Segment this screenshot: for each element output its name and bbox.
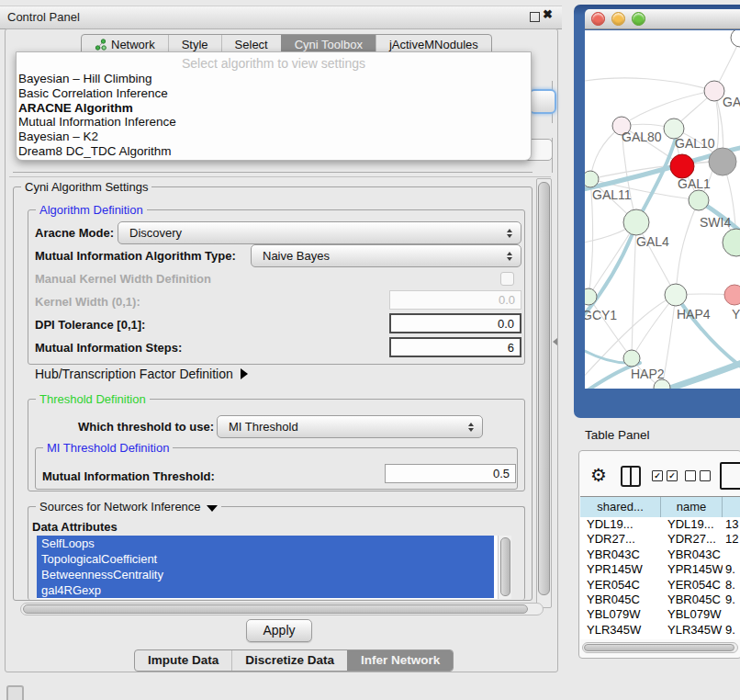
manual-kernel-width-checkbox[interactable] <box>500 272 514 286</box>
mac-minimize-icon[interactable] <box>611 12 625 26</box>
node-salmon[interactable] <box>724 285 740 305</box>
column-header-clipped[interactable] <box>723 497 740 517</box>
network-edge[interactable] <box>585 78 714 91</box>
table-header[interactable]: shared...name <box>580 496 740 518</box>
table-cell <box>723 607 740 622</box>
attribute-item-betweennesscentrality[interactable]: BetweennessCentrality <box>37 567 494 582</box>
attribute-item-selfloops[interactable]: SelfLoops <box>37 536 494 551</box>
node-swi4-big[interactable] <box>723 229 740 256</box>
float-window-icon[interactable] <box>530 12 540 22</box>
network-window-titlebar[interactable] <box>585 9 740 29</box>
stepper-arrows-icon <box>507 252 521 261</box>
table-cell: YBR045C <box>661 593 723 607</box>
settings-horizontal-scrollbar-thumb[interactable] <box>23 604 528 614</box>
settings-horizontal-scrollbar[interactable] <box>20 603 544 615</box>
manual-kernel-width-label: Manual Kernel Width Definition <box>35 272 211 286</box>
algorithm-dropdown-popup: Select algorithm to view settings Bayesi… <box>16 51 532 161</box>
mac-close-icon[interactable] <box>591 12 605 26</box>
node-gal-partial[interactable] <box>704 81 724 101</box>
node-gal11[interactable] <box>585 171 599 187</box>
network-edge[interactable] <box>662 361 740 389</box>
table-cell: 12 <box>723 532 740 547</box>
which-threshold-select[interactable]: MI Threshold <box>217 415 483 438</box>
table-row[interactable]: YER054CYER054C8. <box>580 578 740 593</box>
node-label-gal11: GAL11 <box>592 187 632 202</box>
dpi-tolerance-input[interactable] <box>389 313 521 333</box>
table-row[interactable]: YDL19...YDL19...13 <box>580 517 740 532</box>
algorithm-option-basic-correlation-inference[interactable]: Basic Correlation Inference <box>17 86 531 101</box>
new-table-icon[interactable] <box>720 462 740 490</box>
algorithm-option-bayesian-k2[interactable]: Bayesian – K2 <box>17 130 531 144</box>
hub-transcription-factor-section[interactable]: Hub/Transcription Factor Definition <box>35 367 248 381</box>
node-label-gal4: GAL4 <box>636 234 669 249</box>
settings-vertical-scrollbar[interactable] <box>536 178 552 608</box>
algorithm-option-aracne-algorithm[interactable]: ARACNE Algorithm <box>17 101 531 116</box>
attribute-item-topologicalcoefficient[interactable]: TopologicalCoefficient <box>37 551 494 567</box>
table-row[interactable]: YPR145WYPR145W9. <box>580 562 740 577</box>
attribute-item-gal4rgexp[interactable]: gal4RGexp <box>37 582 494 598</box>
mi-algorithm-type-label: Mutual Information Algorithm Type: <box>35 249 236 263</box>
focused-combo-fragment[interactable] <box>529 89 556 114</box>
minimized-panel-icon[interactable] <box>6 685 24 700</box>
node-gcy1[interactable] <box>585 288 597 305</box>
expand-arrow-icon[interactable] <box>241 368 248 379</box>
node-label-swi4: SWI4 <box>700 215 731 230</box>
which-threshold-label: Which threshold to use: <box>78 420 214 434</box>
node-top-right[interactable] <box>731 30 740 47</box>
attributes-list-scrollbar-thumb[interactable] <box>500 537 510 596</box>
mi-algorithm-type-value: Naive Bayes <box>263 249 330 263</box>
algorithm-definition-title: Algorithm Definition <box>36 203 147 217</box>
node-label-y: Y <box>732 307 740 322</box>
aracne-mode-value: Discovery <box>129 226 182 240</box>
tab-impute-data[interactable]: Impute Data <box>135 650 231 671</box>
algorithm-option-dream8-dc-tdc-algorithm[interactable]: Dream8 DC_TDC Algorithm <box>17 144 531 159</box>
algorithm-option-bayesian-hill-climbing[interactable]: Bayesian – Hill Climbing <box>17 72 531 86</box>
table-row[interactable]: YBR045CYBR045C9. <box>580 593 740 607</box>
mi-threshold-input[interactable] <box>385 464 516 483</box>
node-hap4[interactable] <box>665 284 687 306</box>
mi-steps-input[interactable] <box>389 337 521 357</box>
table-row[interactable]: YBR043CYBR043C <box>580 548 740 562</box>
table-horizontal-scrollbar-thumb[interactable] <box>584 644 734 651</box>
node-red[interactable] <box>670 154 694 178</box>
table-cell: YLR345W <box>580 623 661 638</box>
kernel-width-input[interactable] <box>389 290 521 310</box>
settings-vertical-scrollbar-thumb[interactable] <box>538 182 550 595</box>
data-attributes-list[interactable]: SelfLoopsTopologicalCoefficientBetweenne… <box>37 536 511 599</box>
apply-button[interactable]: Apply <box>246 619 312 642</box>
mac-zoom-icon[interactable] <box>632 12 645 26</box>
select-all-checkboxes-icon[interactable]: ✓✓ <box>652 470 678 481</box>
algorithm-option-mutual-information-inference[interactable]: Mutual Information Inference <box>17 115 531 130</box>
close-window-icon[interactable]: ✖ <box>543 7 553 21</box>
attributes-list-scrollbar[interactable] <box>498 536 511 599</box>
network-edge[interactable] <box>676 200 699 295</box>
table-row[interactable]: YDR27...YDR27...12 <box>580 532 740 547</box>
tab-infer-network[interactable]: Infer Network <box>347 650 453 671</box>
node-gray[interactable] <box>709 148 736 175</box>
which-threshold-value: MI Threshold <box>229 420 298 434</box>
collapse-arrow-icon[interactable] <box>207 505 218 512</box>
network-edge[interactable] <box>585 348 627 363</box>
node-gal1[interactable] <box>689 190 709 210</box>
node-hap2[interactable] <box>623 350 640 367</box>
split-pane-collapse-icon[interactable] <box>553 338 557 345</box>
column-header-shared...[interactable]: shared... <box>580 497 661 517</box>
table-panel-title: Table Panel <box>585 428 650 442</box>
aracne-mode-select[interactable]: Discovery <box>118 221 521 244</box>
table-horizontal-scrollbar[interactable] <box>582 642 738 653</box>
mi-algorithm-type-select[interactable]: Naive Bayes <box>251 244 521 267</box>
node-gal4[interactable] <box>623 209 649 235</box>
node-label-hap2: HAP2 <box>631 367 665 381</box>
column-header-name[interactable]: name <box>661 497 723 517</box>
network-canvas[interactable]: GALGAL80GAL10GAL1GAL11SWI4GAL4GCY1HAP4YH… <box>585 30 740 389</box>
tab-discretize-data[interactable]: Discretize Data <box>231 650 347 671</box>
network-graph[interactable]: GALGAL80GAL10GAL1GAL11SWI4GAL4GCY1HAP4YH… <box>585 30 740 389</box>
split-columns-icon[interactable] <box>621 466 641 487</box>
gear-icon[interactable]: ⚙ <box>590 464 607 486</box>
table-row[interactable]: YIL052CYIL052C9. <box>580 638 740 639</box>
table-row[interactable]: YLR345WYLR345W9. <box>580 623 740 638</box>
table-row[interactable]: YBL079WYBL079W <box>580 607 740 622</box>
table-cell: 9. <box>723 593 740 607</box>
deselect-all-checkboxes-icon[interactable] <box>685 470 711 481</box>
network-edge[interactable] <box>632 295 676 358</box>
